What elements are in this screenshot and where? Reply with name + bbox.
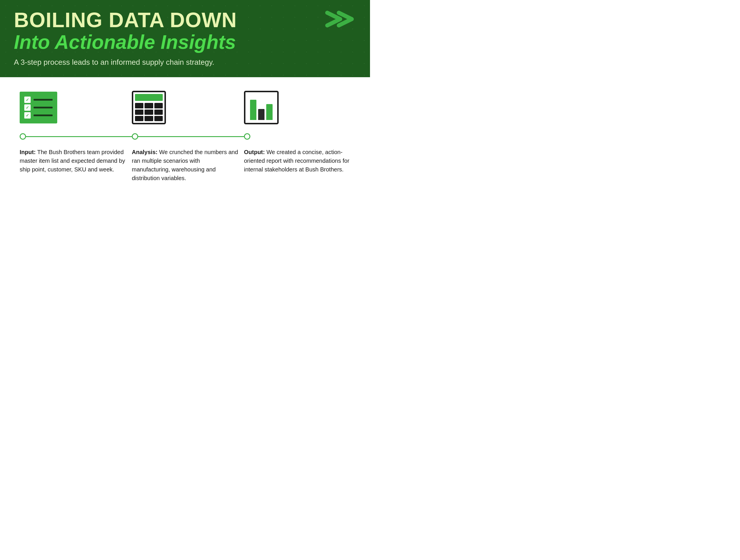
text-row: Input: The Bush Brothers team provided m… — [14, 148, 356, 182]
checklist-row-2 — [24, 104, 53, 111]
header-section: BOILING DATA DOWN Into Actionable Insigh… — [0, 0, 370, 77]
timeline-inner — [14, 133, 356, 139]
bar-3 — [266, 104, 273, 120]
checklist-icon — [20, 92, 57, 123]
timeline-dot-2 — [132, 133, 138, 139]
header-subtitle: A 3-step process leads to an informed su… — [14, 58, 356, 67]
col-input — [14, 89, 132, 133]
checklist-row-1 — [24, 97, 53, 103]
check-box-3 — [24, 112, 31, 118]
main-content: Input: The Bush Brothers team provided m… — [0, 77, 370, 200]
output-icon-area — [244, 89, 279, 126]
input-label: Input: — [20, 149, 36, 155]
text-col-input: Input: The Bush Brothers team provided m… — [14, 148, 132, 174]
calc-btn-9 — [154, 116, 163, 121]
main-title: BOILING DATA DOWN — [14, 9, 356, 31]
output-text: Output: We created a concise, action-ori… — [244, 148, 350, 174]
analysis-text: Analysis: We crunched the numbers and ra… — [132, 148, 238, 182]
check-line-1 — [33, 99, 53, 101]
input-text: Input: The Bush Brothers team provided m… — [20, 148, 126, 174]
calc-display — [135, 94, 163, 101]
check-line-3 — [33, 114, 53, 116]
arrow-icon — [324, 7, 356, 31]
timeline-dot-1 — [20, 133, 26, 139]
barchart-icon — [244, 91, 279, 124]
calc-btn-1 — [135, 103, 144, 108]
input-body: The Bush Brothers team provided master i… — [20, 149, 125, 173]
analysis-icon-area — [132, 89, 166, 126]
col-output — [244, 89, 356, 133]
sub-title-italic: Into Actionable Insights — [14, 31, 356, 53]
text-col-analysis: Analysis: We crunched the numbers and ra… — [132, 148, 244, 182]
input-icon-area — [20, 89, 57, 126]
analysis-label: Analysis: — [132, 149, 158, 155]
calc-btn-7 — [135, 116, 144, 121]
calc-btn-6 — [154, 110, 163, 115]
icons-row — [14, 89, 356, 133]
check-line-2 — [33, 107, 53, 108]
calc-btn-5 — [145, 110, 153, 115]
bar-2 — [258, 109, 265, 120]
timeline-line-1 — [26, 136, 132, 137]
col-analysis — [132, 89, 244, 133]
timeline-row — [14, 133, 356, 139]
check-box-1 — [24, 97, 31, 103]
calc-btn-3 — [154, 103, 163, 108]
calc-btn-2 — [145, 103, 153, 108]
calc-btn-8 — [145, 116, 153, 121]
text-col-output: Output: We created a concise, action-ori… — [244, 148, 356, 174]
timeline-line-2 — [138, 136, 244, 137]
checklist-row-3 — [24, 112, 53, 118]
calc-buttons — [135, 103, 163, 121]
check-box-2 — [24, 104, 31, 111]
calc-btn-4 — [135, 110, 144, 115]
bar-1 — [250, 100, 256, 120]
timeline-dot-3 — [244, 133, 250, 139]
calculator-icon — [132, 91, 166, 124]
output-label: Output: — [244, 149, 265, 155]
